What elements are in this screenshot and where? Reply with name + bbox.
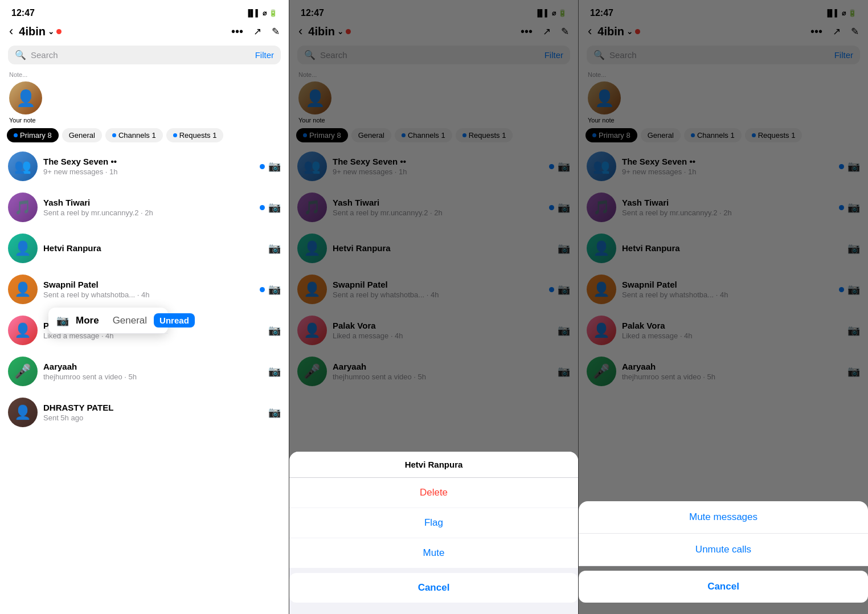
- note-section: Note... 👤 Your note: [579, 69, 868, 128]
- compose-icon[interactable]: ✎: [561, 26, 569, 38]
- message-item[interactable]: 🎵 Yash Tiwari Sent a reel by mr.uncannyy…: [0, 187, 289, 228]
- message-item[interactable]: 👤 Hetvi Ranpura 📷: [0, 228, 289, 269]
- unread-dot: [839, 287, 844, 292]
- message-preview: thejhumroo sent a video · 5h: [333, 373, 552, 381]
- more-options-icon[interactable]: •••: [231, 25, 243, 38]
- tab-channels-1[interactable]: Channels 1: [395, 128, 452, 142]
- message-list: 👥 The Sexy Seven •• 9+ new messages · 1h…: [289, 144, 578, 394]
- filter-button[interactable]: Filter: [544, 50, 563, 60]
- tab-general[interactable]: General: [62, 128, 102, 142]
- message-item[interactable]: 👥 The Sexy Seven •• 9+ new messages · 1h…: [0, 146, 289, 187]
- chevron-down-icon: ⌄: [337, 27, 343, 36]
- message-item[interactable]: 🎤 Aaryaah thejhumroo sent a video · 5h 📷: [579, 351, 868, 392]
- compose-icon[interactable]: ✎: [851, 26, 859, 38]
- message-item[interactable]: 👤 Swapnil Patel Sent a reel by whatshotb…: [0, 269, 289, 310]
- filter-button[interactable]: Filter: [834, 50, 853, 60]
- trending-icon[interactable]: ↗: [543, 26, 551, 38]
- status-bar: 12:47 ▐▌▌ ⌀ 🔋: [289, 0, 578, 22]
- compose-icon[interactable]: ✎: [272, 26, 280, 38]
- mute-item[interactable]: Unmute calls: [579, 534, 868, 566]
- header-title[interactable]: 4ibin ⌄: [308, 25, 516, 38]
- camera-icon: 📷: [558, 365, 570, 378]
- tab-primary-8[interactable]: Primary 8: [586, 128, 637, 142]
- back-button[interactable]: ‹: [9, 24, 13, 39]
- back-button[interactable]: ‹: [298, 24, 302, 39]
- message-content: Hetvi Ranpura: [622, 243, 842, 254]
- message-item[interactable]: 👤 Swapnil Patel Sent a reel by whatshotb…: [579, 269, 868, 310]
- camera-icon: 📷: [268, 160, 281, 173]
- message-meta: 📷: [847, 242, 860, 255]
- context-menu-cancel[interactable]: Cancel: [289, 573, 578, 603]
- message-content: Yash Tiwari Sent a reel by mr.uncannyy.2…: [43, 198, 254, 217]
- status-time: 12:47: [301, 8, 324, 18]
- message-item[interactable]: 👤 Hetvi Ranpura 📷: [289, 228, 578, 269]
- general-label[interactable]: General: [113, 315, 147, 326]
- tab-primary-8[interactable]: Primary 8: [7, 128, 59, 142]
- header-title[interactable]: 4ibin ⌄: [597, 25, 806, 38]
- message-meta: 📷: [839, 160, 860, 173]
- message-content: Swapnil Patel Sent a reel by whatshotba.…: [333, 280, 543, 299]
- mute-item[interactable]: Mute messages: [579, 501, 868, 534]
- message-item[interactable]: 👤 Palak Vora Liked a message · 4h 📷: [289, 310, 578, 351]
- tab-channels-1[interactable]: Channels 1: [684, 128, 742, 142]
- message-item[interactable]: 🎤 Aaryaah thejhumroo sent a video · 5h 📷: [0, 351, 289, 392]
- mute-cancel-button[interactable]: Cancel: [579, 571, 868, 603]
- tab-requests-1[interactable]: Requests 1: [166, 128, 224, 142]
- unread-dot: [549, 164, 554, 169]
- message-meta: 📷: [549, 160, 570, 173]
- note-avatar[interactable]: 👤: [298, 81, 331, 114]
- camera-icon: 📷: [847, 201, 860, 214]
- message-item[interactable]: 👥 The Sexy Seven •• 9+ new messages · 1h…: [289, 146, 578, 187]
- message-item[interactable]: 👤 Swapnil Patel Sent a reel by whatshotb…: [289, 269, 578, 310]
- tab-requests-1[interactable]: Requests 1: [456, 128, 513, 142]
- message-meta: 📷: [847, 324, 860, 337]
- context-menu-item[interactable]: Flag: [289, 508, 578, 538]
- back-button[interactable]: ‹: [588, 24, 592, 39]
- header-title[interactable]: 4ibin ⌄: [19, 25, 227, 38]
- context-menu-item[interactable]: Mute: [289, 538, 578, 568]
- message-item[interactable]: 👤 Hetvi Ranpura 📷: [579, 228, 868, 269]
- note-avatar[interactable]: 👤: [9, 81, 42, 114]
- message-content: The Sexy Seven •• 9+ new messages · 1h: [333, 157, 543, 176]
- message-preview: 9+ new messages · 1h: [43, 167, 254, 176]
- tab-label: General: [69, 131, 95, 140]
- tab-general[interactable]: General: [351, 128, 391, 142]
- message-item[interactable]: 👤 DHRASTY PATEL Sent 5h ago 📷: [0, 392, 289, 433]
- trending-icon[interactable]: ↗: [253, 26, 261, 38]
- account-name: 4ibin: [308, 25, 335, 38]
- more-options-icon[interactable]: •••: [521, 25, 533, 38]
- filter-button[interactable]: Filter: [255, 50, 274, 60]
- tab-label: Channels 1: [118, 131, 156, 140]
- message-name: Yash Tiwari: [622, 198, 833, 207]
- unread-button[interactable]: Unread: [154, 313, 195, 328]
- trending-icon[interactable]: ↗: [833, 26, 841, 38]
- message-item[interactable]: 🎵 Yash Tiwari Sent a reel by mr.uncannyy…: [579, 187, 868, 228]
- message-item[interactable]: 👥 The Sexy Seven •• 9+ new messages · 1h…: [579, 146, 868, 187]
- message-meta: 📷: [558, 242, 570, 255]
- tab-general[interactable]: General: [641, 128, 681, 142]
- message-item[interactable]: 👤 Palak Vora Liked a message · 4h 📷: [579, 310, 868, 351]
- note-label: Note...: [298, 71, 569, 78]
- message-preview: Sent a reel by whatshotba... · 4h: [43, 290, 254, 299]
- avatar: 🎤: [297, 357, 327, 386]
- active-status-dot: [635, 29, 640, 34]
- message-item[interactable]: 🎵 Yash Tiwari Sent a reel by mr.uncannyy…: [289, 187, 578, 228]
- tab-primary-8[interactable]: Primary 8: [296, 128, 348, 142]
- battery-icon: 🔋: [269, 9, 277, 17]
- tab-requests-1[interactable]: Requests 1: [745, 128, 803, 142]
- avatar: 👤: [297, 234, 327, 263]
- tab-label: Channels 1: [697, 131, 735, 140]
- message-content: Swapnil Patel Sent a reel by whatshotba.…: [43, 280, 254, 299]
- battery-icon: 🔋: [848, 9, 857, 17]
- context-menu-header: Hetvi Ranpura: [289, 452, 578, 478]
- tab-channels-1[interactable]: Channels 1: [105, 128, 163, 142]
- avatar: 👥: [8, 152, 38, 181]
- message-meta: 📷: [549, 283, 570, 296]
- more-label[interactable]: More: [76, 315, 99, 326]
- note-avatar[interactable]: 👤: [588, 81, 621, 114]
- message-item[interactable]: 🎤 Aaryaah thejhumroo sent a video · 5h 📷: [289, 351, 578, 392]
- mute-menu: Mute messagesUnmute calls Cancel: [579, 501, 868, 614]
- more-options-icon[interactable]: •••: [810, 25, 822, 38]
- context-menu-item[interactable]: Delete: [289, 478, 578, 508]
- unread-dot: [260, 287, 265, 292]
